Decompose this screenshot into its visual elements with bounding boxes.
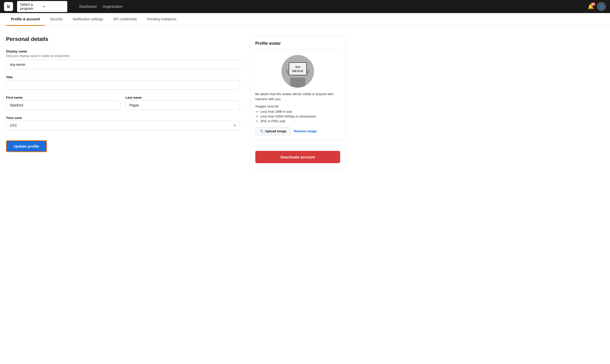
personal-details-panel: Personal details Display name Only your … [6, 36, 240, 173]
nav-link-organization[interactable]: Organization [103, 5, 123, 9]
remove-image-button[interactable]: Remove image [294, 129, 317, 133]
first-name-input[interactable] [6, 100, 120, 110]
right-panel: Profile avatar NO IMAGE [250, 36, 345, 173]
avatar-area: NO IMAGE [255, 55, 340, 88]
display-name-group: Display name Only your display name is v… [6, 49, 240, 69]
last-name-input[interactable] [126, 100, 240, 110]
upload-image-button[interactable]: 📎 Upload image [255, 127, 291, 135]
avatar-no-image-svg: NO IMAGE [281, 55, 314, 88]
tab-pending-invitations[interactable]: Pending invitations [142, 13, 181, 26]
avatar-rules-list: Less than 2MB in size Less than 2000×200… [255, 110, 340, 123]
tab-navigation: Profile & account Security Notification … [0, 13, 610, 26]
avatar-placeholder: NO IMAGE [281, 55, 314, 88]
tab-api-credentials[interactable]: API credentials [108, 13, 142, 26]
notification-button[interactable]: 🔔 50 [588, 4, 594, 10]
program-selector[interactable]: Select a program ▾ [17, 1, 67, 12]
profile-avatar-title: Profile avatar [255, 41, 340, 50]
avatar-rules-title: Images must be: [255, 104, 340, 108]
deactivate-account-button[interactable]: Deactivate account [255, 151, 340, 163]
display-name-hint: Only your display name is visible to res… [6, 54, 240, 58]
last-name-label: Last name [126, 96, 240, 99]
title-label: Title [6, 75, 240, 79]
first-name-label: First name [6, 96, 120, 99]
avatar-info-text: Be aware that this avatar will be visibl… [255, 92, 340, 101]
deactivate-card: Deactivate account [250, 146, 345, 168]
user-avatar-icon: 👤 [599, 4, 604, 9]
tab-notification-settings[interactable]: Notification settings [68, 13, 108, 26]
top-navigation: b Select a program ▾ Dashboard Organizat… [0, 0, 610, 13]
tab-profile-account[interactable]: Profile & account [6, 13, 45, 26]
first-name-group: First name [6, 96, 120, 110]
svg-text:NO: NO [295, 65, 300, 69]
title-group: Title [6, 75, 240, 90]
update-profile-button[interactable]: Update profile [6, 140, 47, 152]
avatar-rules: Images must be: Less than 2MB in size Le… [255, 104, 340, 123]
display-name-label: Display name [6, 49, 240, 53]
name-row: First name Last name [6, 96, 240, 116]
last-name-group: Last name [126, 96, 240, 110]
chevron-down-icon: ▾ [43, 5, 64, 8]
timezone-group: Time zone UTC EST PST CET [6, 116, 240, 130]
logo[interactable]: b [4, 2, 13, 11]
upload-image-label: Upload image [265, 129, 286, 133]
title-input[interactable] [6, 80, 240, 90]
nav-link-dashboard[interactable]: Dashboard [79, 5, 97, 9]
timezone-select[interactable]: UTC EST PST CET [6, 121, 240, 130]
profile-avatar-card: Profile avatar NO IMAGE [250, 36, 345, 141]
paperclip-icon: 📎 [260, 129, 264, 133]
display-name-input[interactable] [6, 60, 240, 69]
main-content: Personal details Display name Only your … [0, 26, 351, 184]
topnav-icons: 🔔 50 👤 [588, 2, 606, 11]
user-avatar-button[interactable]: 👤 [597, 2, 606, 11]
list-item: Less than 2000×2000px in dimensions [260, 114, 340, 118]
list-item: Less than 2MB in size [260, 110, 340, 113]
tab-security[interactable]: Security [45, 13, 68, 26]
avatar-actions: 📎 Upload image Remove image [255, 127, 340, 135]
list-item: JPG or PNG only [260, 119, 340, 123]
notification-badge: 50 [591, 3, 595, 6]
svg-rect-3 [289, 63, 307, 75]
svg-text:IMAGE: IMAGE [292, 69, 303, 73]
top-nav-links: Dashboard Organization [75, 5, 123, 9]
section-title: Personal details [6, 36, 240, 42]
timezone-label: Time zone [6, 116, 240, 120]
program-selector-label: Select a program [20, 3, 41, 11]
